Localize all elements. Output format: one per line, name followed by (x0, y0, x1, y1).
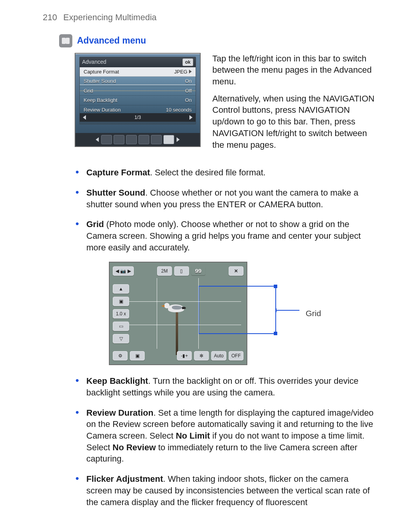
advanced-menu-screenshot: Advanced ok Capture Format JPEG Shutter … (75, 53, 201, 147)
bullet-list: Capture Format. Select the desired file … (75, 167, 374, 253)
list-item: Grid (Photo mode only). Choose whether o… (75, 219, 374, 253)
exposure-icon[interactable]: ✻ (194, 351, 209, 360)
ok-button[interactable]: ok (182, 58, 193, 66)
figure-caption: Tap the left/right icon in this bar to s… (212, 53, 380, 156)
term: Capture Format (86, 168, 150, 177)
panel-title: Advanced (82, 58, 106, 66)
menu-row-review-duration[interactable]: Review Duration 10 seconds (80, 105, 196, 113)
menu-row-capture-format[interactable]: Capture Format JPEG (80, 67, 196, 77)
inline-bold: No Limit (176, 431, 210, 441)
menu-row-grid[interactable]: Grid Off (80, 86, 196, 96)
term: Flicker Adjustment (86, 474, 163, 484)
menu-row-label: Capture Format (84, 68, 119, 75)
page-right-icon[interactable] (189, 115, 192, 120)
section-title: Advanced menu (77, 35, 146, 47)
caption-paragraph: Alternatively, when using the NAVIGATION… (212, 93, 380, 150)
term: Review Duration (86, 408, 153, 418)
pager-bar[interactable]: 1/3 (80, 113, 196, 122)
mode-selector[interactable]: ◀ 📷 ▶ (113, 266, 134, 276)
zoom-wide-icon[interactable]: ▭ (113, 322, 129, 331)
bottom-icon-bar (75, 133, 200, 146)
wb-auto-icon[interactable]: Auto (211, 351, 226, 360)
tools-icon (59, 34, 72, 47)
menu-row-value: 10 seconds (166, 107, 192, 113)
subject-seagull (168, 304, 184, 312)
chapter-title: Experiencing Multimedia (63, 12, 157, 22)
nav-right-icon[interactable] (177, 137, 180, 142)
term: Keep Backlight (86, 376, 148, 386)
gallery-icon[interactable]: ▣ (130, 351, 145, 360)
subject-post (176, 312, 178, 355)
zoom-level: 1.0 x (113, 309, 129, 318)
list-item: Keep Backlight. Turn the backlight on or… (75, 375, 374, 398)
portrait-icon[interactable] (138, 135, 149, 144)
chevron-right-icon (189, 70, 192, 73)
menu-row-label: Shutter Sound (84, 78, 116, 85)
brightness-icon[interactable] (126, 135, 137, 144)
tools-icon[interactable]: ⚙ (113, 351, 128, 360)
running-header: 210 Experiencing Multimedia (43, 12, 389, 23)
nav-left-icon[interactable] (96, 137, 99, 142)
timer-icon[interactable] (101, 135, 112, 144)
camera-grid-screenshot: ◀ 📷 ▶ 2M ▯ 99 ✕ ▲ ▣ 1.0 x ▭ (109, 262, 247, 365)
menu-row-value: Off (185, 87, 192, 94)
close-button[interactable]: ✕ (229, 266, 243, 276)
list-item: Capture Format. Select the desired file … (75, 167, 374, 178)
callout-leader (276, 310, 299, 311)
ev-icon[interactable]: -▮+ (177, 351, 192, 360)
menu-row-value: On (185, 78, 192, 85)
menu-row-label: Review Duration (84, 107, 121, 113)
list-item: Flicker Adjustment. When taking indoor s… (75, 473, 374, 508)
camera-icon[interactable] (151, 135, 162, 144)
storage-icon[interactable] (114, 135, 124, 144)
flash-off-icon[interactable]: OFF (229, 351, 243, 360)
callout-label: Grid (306, 308, 321, 319)
list-item: Review Duration. Set a time length for d… (75, 407, 374, 465)
menu-row-shutter-sound[interactable]: Shutter Sound On (80, 77, 196, 86)
term-note: (Photo mode only) (104, 219, 176, 229)
menu-row-value: On (185, 97, 192, 104)
term: Grid (86, 219, 104, 229)
term: Shutter Sound (86, 188, 145, 198)
zoom-in-icon[interactable]: ▲ (113, 284, 129, 294)
inline-bold: No Review (112, 443, 156, 452)
grid-overlay (115, 278, 241, 349)
pager-label: 1/3 (135, 114, 141, 121)
list-item: Shutter Sound. Choose whether or not you… (75, 187, 374, 210)
bullet-list: Keep Backlight. Turn the backlight on or… (75, 375, 374, 508)
resolution-indicator[interactable]: 2M (157, 266, 172, 276)
menu-row-value: JPEG (174, 68, 187, 75)
menu-row-label: Keep Backlight (84, 97, 117, 104)
storage-indicator[interactable]: ▯ (174, 266, 189, 276)
menu-row-label: Grid (84, 87, 93, 94)
shots-remaining: 99 (191, 267, 205, 275)
menu-row-keep-backlight[interactable]: Keep Backlight On (80, 96, 196, 105)
zoom-frame-icon[interactable]: ▣ (113, 297, 129, 306)
zoom-out-icon[interactable]: ▽ (113, 334, 129, 343)
page-left-icon[interactable] (83, 115, 86, 120)
page-number: 210 (43, 12, 57, 22)
caption-paragraph: Tap the left/right icon in this bar to s… (212, 53, 380, 87)
term-text: . Select the desired file format. (150, 168, 266, 177)
tools-icon[interactable] (163, 135, 174, 144)
